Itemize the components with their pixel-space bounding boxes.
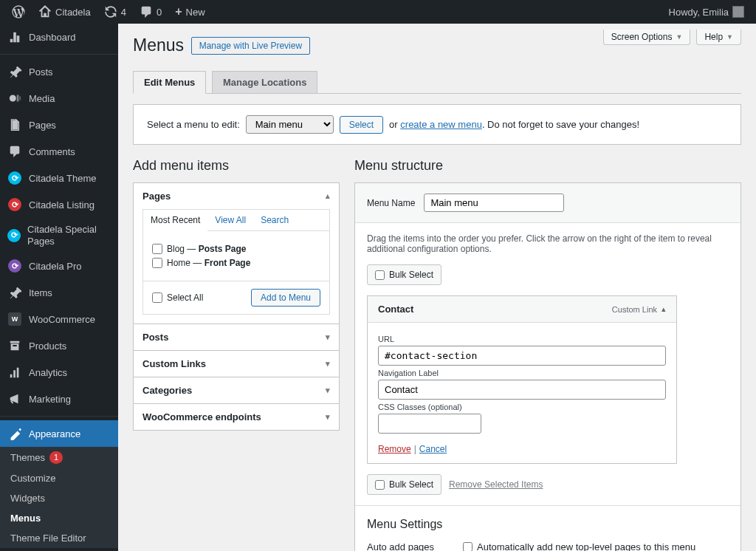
- page-item-blog[interactable]: Blog — Posts Page: [152, 244, 320, 254]
- metabox-pages-toggle[interactable]: Pages▴: [134, 183, 339, 209]
- wordpress-icon: [12, 5, 25, 18]
- comments-icon: [7, 144, 22, 159]
- items-icon: [7, 285, 22, 300]
- submenu-customize[interactable]: Customize: [0, 468, 118, 488]
- menu-select-row: Select a menu to edit: Main menu Select …: [133, 104, 741, 145]
- submenu-widgets[interactable]: Widgets: [0, 488, 118, 508]
- metabox-posts-toggle[interactable]: Posts▾: [134, 324, 339, 350]
- css-classes-label: CSS Classes (optional): [378, 403, 666, 411]
- url-label: URL: [378, 335, 666, 343]
- chevron-up-icon: ▴: [662, 304, 666, 314]
- menu-posts[interactable]: Posts: [0, 58, 118, 85]
- menu-edit-panel: Menu Name Drag the items into the order …: [354, 182, 741, 551]
- menu-name-input[interactable]: [424, 194, 564, 212]
- menu-analytics[interactable]: Analytics: [0, 359, 118, 386]
- comments-bubble[interactable]: 0: [134, 0, 168, 24]
- remove-selected-link[interactable]: Remove Selected Items: [449, 479, 543, 490]
- admin-menu: Dashboard Posts Media Pages Comments ⟳Ci…: [0, 24, 118, 551]
- woo-icon: W: [7, 312, 22, 326]
- live-preview-button[interactable]: Manage with Live Preview: [191, 37, 310, 55]
- tab-most-recent[interactable]: Most Recent: [143, 210, 207, 231]
- menu-desc: Drag the items into the order you prefer…: [367, 233, 729, 254]
- submenu-menus[interactable]: Menus: [0, 508, 118, 528]
- avatar-icon: [732, 6, 744, 18]
- menu-item-contact: Contact Custom Link▴ URL Navigation Labe…: [367, 295, 677, 464]
- cancel-item-link[interactable]: Cancel: [419, 444, 447, 454]
- menu-citadela-theme[interactable]: ⟳Citadela Theme: [0, 165, 118, 191]
- home-icon: [38, 5, 52, 18]
- bulk-select-bottom[interactable]: Bulk Select: [367, 474, 441, 495]
- tab-search[interactable]: Search: [253, 210, 296, 230]
- submenu-theme-editor[interactable]: Theme File Editor: [0, 528, 118, 548]
- menu-woocommerce[interactable]: WWooCommerce: [0, 306, 118, 332]
- submenu-themes[interactable]: Themes1: [0, 447, 118, 468]
- metabox-pages: Pages▴ Most Recent View All Search Blog …: [133, 182, 340, 324]
- bulk-select-top[interactable]: Bulk Select: [367, 264, 441, 285]
- menu-citadela-special[interactable]: ⟳Citadela Special Pages: [0, 218, 118, 253]
- create-menu-link[interactable]: create a new menu: [400, 119, 482, 130]
- metabox-categories: Categories▾: [133, 377, 340, 404]
- citadela-theme-icon: ⟳: [7, 171, 22, 185]
- menu-items[interactable]: Items: [0, 279, 118, 306]
- select-button[interactable]: Select: [340, 116, 383, 134]
- metabox-customlinks-toggle[interactable]: Custom Links▾: [134, 351, 339, 377]
- menu-citadela-pro[interactable]: ⟳Citadela Pro: [0, 253, 118, 279]
- menu-marketing[interactable]: Marketing: [0, 386, 118, 412]
- menu-settings-title: Menu Settings: [367, 518, 729, 531]
- main-content: Screen Options▼ Help▼ Menus Manage with …: [118, 24, 756, 551]
- remove-item-link[interactable]: Remove: [378, 444, 411, 454]
- chevron-down-icon: ▾: [326, 359, 330, 369]
- media-icon: [7, 91, 22, 106]
- nav-label-label: Navigation Label: [378, 369, 666, 377]
- select-label: Select a menu to edit:: [147, 119, 240, 130]
- nav-tabs: Edit Menus Manage Locations: [133, 64, 741, 94]
- tab-view-all[interactable]: View All: [207, 210, 253, 230]
- howdy[interactable]: Howdy, Emilia: [663, 0, 750, 24]
- metabox-custom-links: Custom Links▾: [133, 350, 340, 377]
- chevron-down-icon: ▼: [726, 33, 733, 41]
- metabox-posts: Posts▾: [133, 324, 340, 351]
- page-item-home[interactable]: Home — Front Page: [152, 258, 320, 268]
- screen-options-button[interactable]: Screen Options▼: [603, 30, 691, 45]
- menu-plugins[interactable]: Plugins3: [0, 548, 118, 551]
- menu-products[interactable]: Products: [0, 332, 118, 359]
- appearance-icon: [7, 426, 22, 441]
- menu-comments[interactable]: Comments: [0, 138, 118, 165]
- css-classes-input[interactable]: [378, 414, 481, 434]
- menu-item-header[interactable]: Contact Custom Link▴: [368, 296, 676, 323]
- citadela-special-icon: ⟳: [7, 228, 21, 243]
- citadela-pro-icon: ⟳: [7, 259, 22, 273]
- svg-point-0: [10, 95, 16, 102]
- products-icon: [7, 338, 22, 353]
- new-content[interactable]: +New: [169, 0, 210, 24]
- nav-label-input[interactable]: [378, 380, 666, 400]
- pages-icon: [7, 117, 22, 132]
- tab-edit-menus[interactable]: Edit Menus: [133, 71, 206, 94]
- menu-dashboard[interactable]: Dashboard: [0, 24, 118, 50]
- auto-add-checkbox[interactable]: Automatically add new top-level pages to…: [463, 541, 695, 551]
- updates-icon: [104, 5, 117, 18]
- metabox-categories-toggle[interactable]: Categories▾: [134, 377, 339, 403]
- chevron-down-icon: ▾: [326, 332, 330, 342]
- or-text: or create a new menu. Do not forget to s…: [389, 119, 639, 130]
- site-name[interactable]: Citadela: [32, 0, 97, 24]
- admin-bar: Citadela 4 0 +New Howdy, Emilia: [0, 0, 756, 24]
- dashboard-icon: [7, 30, 22, 44]
- help-button[interactable]: Help▼: [696, 30, 741, 45]
- menu-appearance[interactable]: Appearance: [0, 420, 118, 447]
- select-all-pages[interactable]: Select All: [152, 292, 203, 303]
- pin-icon: [7, 64, 22, 79]
- menu-select[interactable]: Main menu: [246, 115, 334, 134]
- url-input[interactable]: [378, 346, 666, 366]
- menu-pages[interactable]: Pages: [0, 112, 118, 138]
- add-items-heading: Add menu items: [133, 158, 340, 174]
- menu-media[interactable]: Media: [0, 85, 118, 112]
- chevron-down-icon: ▾: [326, 412, 330, 422]
- updates[interactable]: 4: [98, 0, 132, 24]
- metabox-woo-toggle[interactable]: WooCommerce endpoints▾: [134, 404, 339, 430]
- menu-citadela-listing[interactable]: ⟳Citadela Listing: [0, 191, 118, 218]
- chevron-down-icon: ▾: [326, 386, 330, 395]
- wp-logo[interactable]: [6, 0, 31, 24]
- add-to-menu-button[interactable]: Add to Menu: [251, 289, 320, 307]
- tab-manage-locations[interactable]: Manage Locations: [212, 71, 317, 94]
